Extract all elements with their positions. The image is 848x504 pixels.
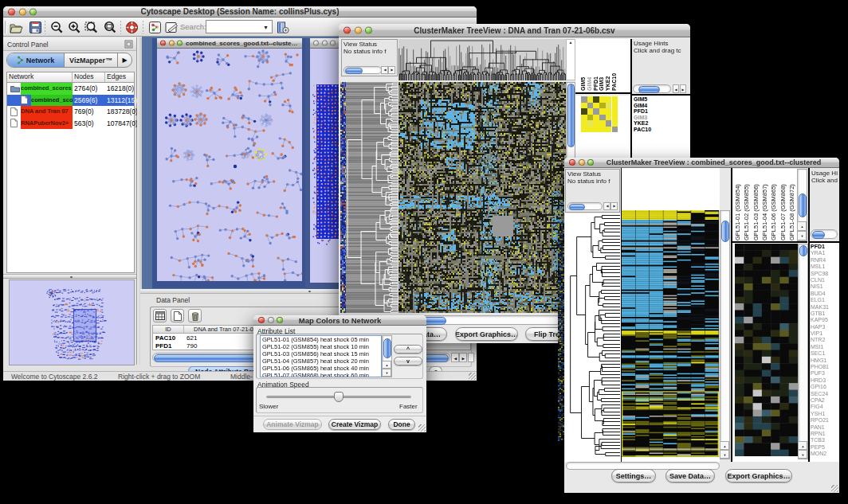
network-view-1-canvas[interactable] bbox=[157, 49, 302, 281]
matrix-cell[interactable] bbox=[581, 96, 587, 103]
gene-label[interactable]: PAN1 bbox=[811, 424, 839, 431]
treeview1-vscroll-thumb[interactable] bbox=[567, 84, 575, 147]
attribute-list-vscrollbar[interactable]: ▲ ▼ bbox=[382, 335, 392, 377]
matrix-cell[interactable] bbox=[581, 115, 587, 121]
treeview2-status-hscrollbar[interactable] bbox=[567, 202, 603, 210]
matrix-cell[interactable] bbox=[593, 127, 599, 133]
gene-label[interactable]: HMG1 bbox=[811, 357, 839, 364]
matrix-cell[interactable] bbox=[581, 103, 587, 109]
zoom-fit-icon[interactable] bbox=[103, 20, 117, 35]
minimize-button[interactable] bbox=[322, 41, 328, 46]
treeview2-zoom-vscrollbar[interactable]: ▲ ▼ bbox=[798, 244, 808, 459]
resize-grip[interactable] bbox=[418, 424, 426, 432]
network-overview-icon[interactable] bbox=[147, 20, 162, 35]
create-vizmap-button[interactable]: Create Vizmap bbox=[328, 419, 381, 430]
treeview1-global-strip[interactable] bbox=[340, 82, 346, 313]
treeview1-row-dendrogram[interactable] bbox=[346, 82, 398, 313]
gene-label[interactable]: VIP1 bbox=[811, 330, 839, 337]
gene-label[interactable]: GTB1 bbox=[811, 311, 839, 317]
annotation-icon[interactable] bbox=[164, 20, 179, 35]
tab-overflow-arrow[interactable]: ▶ bbox=[118, 53, 132, 67]
network-view-1-titlebar[interactable]: combined_scores_good.txt--cluste… bbox=[157, 38, 302, 49]
scroll-left-icon[interactable]: ◀ bbox=[603, 202, 610, 210]
matrix-cell[interactable] bbox=[606, 103, 612, 109]
gene-label[interactable]: PHO81 bbox=[811, 364, 839, 370]
matrix-cell[interactable] bbox=[599, 103, 606, 109]
resize-grip[interactable] bbox=[831, 485, 838, 492]
attribute-item[interactable]: GPL51-03 (GSM856) heat shock 15 min bbox=[261, 350, 381, 357]
matrix-cell[interactable] bbox=[593, 108, 599, 115]
treeview1-heatmap[interactable] bbox=[398, 82, 566, 313]
treeview2-global-strip[interactable] bbox=[558, 222, 564, 441]
treeview2-row-dendrogram[interactable] bbox=[566, 213, 620, 457]
attribute-list[interactable]: GPL51-01 (GSM854) heat shock 05 minGPL51… bbox=[260, 335, 382, 377]
gene-label[interactable]: YSH1 bbox=[811, 411, 839, 417]
attribute-select-icon[interactable] bbox=[153, 309, 167, 322]
gene-label[interactable]: GPI16 bbox=[811, 384, 839, 390]
save-icon[interactable] bbox=[28, 20, 42, 35]
gene-label[interactable]: RPO21 bbox=[811, 417, 839, 424]
minimize-button[interactable] bbox=[19, 8, 26, 15]
matrix-cell[interactable] bbox=[599, 120, 606, 127]
search-input[interactable]: ▼ bbox=[206, 20, 273, 33]
gene-label[interactable]: TCB3 bbox=[811, 437, 839, 443]
tab-network[interactable]: Network bbox=[7, 53, 65, 67]
minimize-button[interactable] bbox=[355, 27, 362, 34]
scroll-up-icon[interactable]: ▲ bbox=[720, 441, 729, 450]
zoom-button[interactable] bbox=[330, 41, 336, 46]
id-mapper-icon[interactable] bbox=[276, 20, 290, 35]
gene-label[interactable]: MON2 bbox=[811, 451, 839, 457]
move-up-button[interactable]: ^ bbox=[394, 345, 422, 354]
matrix-cell[interactable] bbox=[612, 115, 618, 121]
scroll-up-icon[interactable]: ▲ bbox=[799, 441, 807, 450]
matrix-cell[interactable] bbox=[581, 120, 587, 127]
gene-label[interactable]: NIS1 bbox=[811, 283, 839, 290]
gene-label[interactable]: HRD3 bbox=[811, 377, 839, 384]
matrix-cell[interactable] bbox=[587, 127, 594, 133]
treeview1-titlebar[interactable]: ClusterMaker TreeView : DNA and Tran 07-… bbox=[339, 24, 690, 37]
animate-vizmap-button[interactable]: Animate Vizmap bbox=[263, 419, 322, 430]
export-graphics-button[interactable]: Export Graphics… bbox=[455, 327, 518, 341]
matrix-cell[interactable] bbox=[612, 96, 618, 103]
treeview1-status-hscrollbar[interactable] bbox=[344, 66, 382, 74]
network-overview-panel[interactable] bbox=[9, 279, 135, 365]
matrix-cell[interactable] bbox=[587, 115, 594, 121]
matrix-cell[interactable] bbox=[599, 127, 606, 133]
matrix-cell[interactable] bbox=[587, 103, 594, 109]
help-lifesaver-icon[interactable] bbox=[124, 20, 139, 35]
scroll-down-icon[interactable]: ▼ bbox=[720, 450, 729, 459]
gene-label[interactable]: FIG4 bbox=[811, 404, 839, 410]
matrix-cell[interactable] bbox=[606, 96, 612, 103]
matrix-cell[interactable] bbox=[587, 108, 594, 115]
treeview2-titlebar[interactable]: ClusterMaker TreeView : combined_scores_… bbox=[564, 158, 839, 168]
attribute-item[interactable]: GPL51-07 (GSM868) heat shock 60 min bbox=[261, 372, 381, 377]
scroll-right-icon[interactable]: ▶ bbox=[680, 84, 686, 93]
scroll-right-icon[interactable]: ▶ bbox=[388, 66, 395, 74]
gene-label[interactable]: KAP95 bbox=[811, 317, 839, 323]
treeview1-similarity-matrix[interactable] bbox=[581, 96, 618, 132]
gene-label[interactable]: MSL1 bbox=[811, 264, 839, 270]
matrix-cell[interactable] bbox=[593, 115, 599, 121]
scroll-down-icon[interactable]: ▼ bbox=[383, 369, 391, 377]
gene-label[interactable]: CPA2 bbox=[811, 397, 839, 404]
scroll-right-icon[interactable]: ▶ bbox=[610, 202, 618, 210]
gene-label[interactable]: ELG1 bbox=[811, 297, 839, 303]
new-attribute-icon[interactable] bbox=[171, 309, 184, 322]
matrix-cell[interactable] bbox=[581, 108, 587, 115]
network-row[interactable]: combined_sco2569(6)13112(15) bbox=[7, 95, 134, 107]
minimize-button[interactable] bbox=[169, 41, 175, 46]
matrix-cell[interactable] bbox=[593, 120, 599, 127]
matrix-cell[interactable] bbox=[587, 120, 594, 127]
matrix-cell[interactable] bbox=[606, 115, 612, 121]
matrix-cell[interactable] bbox=[599, 108, 606, 115]
done-button[interactable]: Done bbox=[388, 419, 415, 430]
scroll-down-icon[interactable]: ▼ bbox=[799, 450, 807, 459]
matrix-cell[interactable] bbox=[593, 103, 599, 109]
slider-thumb[interactable] bbox=[334, 392, 344, 402]
scroll-up-icon[interactable]: ▲ bbox=[383, 361, 391, 369]
attribute-item[interactable]: GPL51-01 (GSM854) heat shock 05 min bbox=[261, 336, 381, 343]
matrix-cell[interactable] bbox=[599, 115, 606, 121]
attribute-item[interactable]: GPL51-06 (GSM865) heat shock 40 min bbox=[261, 365, 381, 372]
scroll-left-icon[interactable]: ◀ bbox=[381, 66, 388, 74]
resize-grip[interactable] bbox=[469, 373, 476, 380]
